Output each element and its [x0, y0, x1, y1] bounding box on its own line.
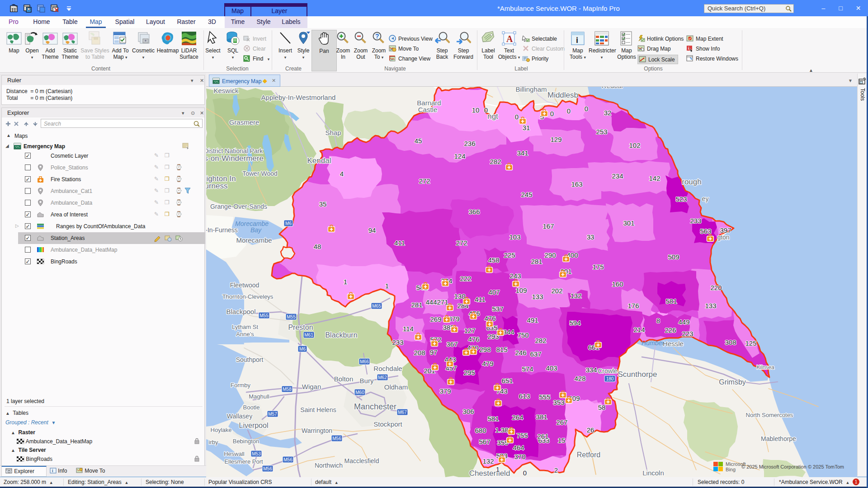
svg-text:A: A	[506, 34, 513, 44]
svg-text:M60: M60	[355, 390, 364, 395]
svg-text:Heswall: Heswall	[224, 450, 245, 457]
svg-text:94: 94	[368, 226, 376, 234]
svg-text:142: 142	[649, 174, 660, 182]
svg-text:M58: M58	[283, 387, 292, 392]
svg-text:© 2025 Microsoft Corporation ©: © 2025 Microsoft Corporation © 2025 TomT…	[741, 464, 844, 469]
svg-text:491: 491	[527, 316, 538, 324]
svg-text:563: 563	[700, 227, 711, 235]
svg-text:Retford: Retford	[577, 451, 600, 459]
svg-text:Kendal: Kendal	[307, 156, 331, 165]
svg-text:ngt: ngt	[487, 112, 498, 121]
svg-text:M56: M56	[263, 466, 272, 471]
svg-text:31: 31	[523, 124, 530, 131]
svg-text:574: 574	[522, 365, 533, 373]
svg-text:214: 214	[633, 326, 645, 333]
svg-text:Warrington: Warrington	[302, 427, 332, 434]
svg-text:281: 281	[531, 258, 542, 265]
svg-text:Bury: Bury	[360, 377, 374, 385]
svg-text:509: 509	[668, 253, 679, 261]
svg-text:0: 0	[567, 107, 571, 115]
svg-text:M61: M61	[304, 333, 313, 338]
svg-text:246: 246	[515, 349, 526, 357]
svg-text:226: 226	[665, 326, 676, 334]
svg-text:124: 124	[454, 152, 465, 160]
svg-text:Grasmere: Grasmere	[229, 118, 259, 126]
svg-text:97: 97	[430, 348, 438, 356]
svg-text:353: 353	[553, 399, 564, 406]
svg-text:Crowle: Crowle	[598, 367, 618, 375]
svg-text:Lytham St: Lytham St	[232, 324, 258, 330]
svg-text:Keswick: Keswick	[213, 87, 239, 94]
svg-text:Grange-Over-Sands: Grange-Over-Sands	[210, 203, 267, 210]
svg-text:Bootle: Bootle	[243, 404, 260, 411]
svg-text:163: 163	[571, 180, 582, 188]
svg-text:58: 58	[598, 404, 606, 411]
svg-text:234: 234	[612, 172, 623, 180]
svg-text:133: 133	[532, 293, 543, 300]
svg-text:Blackburn: Blackburn	[325, 331, 357, 339]
svg-text:755: 755	[516, 432, 528, 439]
svg-text:175: 175	[592, 263, 604, 271]
svg-text:613: 613	[519, 392, 530, 400]
svg-text:M65: M65	[372, 304, 381, 309]
svg-text:264: 264	[512, 413, 523, 421]
svg-text:180: 180	[606, 376, 614, 381]
svg-text:366: 366	[468, 208, 480, 216]
svg-text:428: 428	[574, 375, 585, 382]
svg-text:272: 272	[456, 239, 467, 247]
svg-text:M6: M6	[299, 347, 306, 352]
svg-text:gton: gton	[717, 234, 729, 241]
svg-text:271: 271	[437, 298, 448, 306]
svg-text:637: 637	[530, 350, 541, 358]
svg-text:282: 282	[535, 337, 546, 344]
svg-text:379: 379	[439, 387, 451, 395]
svg-text:167: 167	[542, 222, 554, 230]
svg-text:M56: M56	[332, 436, 341, 441]
svg-text:Hessle: Hessle	[663, 340, 684, 347]
svg-text:282: 282	[490, 158, 501, 165]
svg-text:245: 245	[521, 191, 532, 198]
svg-text:M66: M66	[360, 359, 369, 364]
svg-text:ss-on-Windermere: ss-on-Windermere	[206, 154, 264, 163]
svg-text:Maghull: Maghull	[249, 393, 269, 400]
svg-text:523: 523	[675, 195, 687, 203]
svg-text:233: 233	[690, 217, 701, 225]
svg-text:Saint Helens: Saint Helens	[300, 406, 336, 413]
svg-text:129: 129	[550, 136, 561, 143]
svg-text:1: 1	[496, 465, 500, 473]
svg-text:Castle: Castle	[418, 106, 438, 113]
svg-text:103: 103	[509, 233, 520, 241]
svg-text:10: 10	[472, 106, 480, 114]
svg-text:479: 479	[482, 360, 493, 367]
svg-text:Bebington: Bebington	[233, 438, 259, 445]
svg-text:Shap: Shap	[325, 129, 341, 136]
svg-text:411: 411	[475, 296, 486, 303]
svg-text:367: 367	[446, 340, 458, 348]
svg-text:290: 290	[544, 251, 556, 259]
svg-text:i: i	[576, 36, 578, 45]
svg-text:132: 132	[570, 292, 581, 300]
svg-text:Rochdale: Rochdale	[373, 365, 402, 372]
svg-text:Wallasey: Wallasey	[227, 413, 252, 420]
svg-text:334: 334	[585, 366, 597, 374]
svg-text:32: 32	[604, 109, 612, 117]
svg-text:15: 15	[558, 436, 566, 444]
svg-text:Chesterfield: Chesterfield	[469, 469, 510, 477]
svg-text:109: 109	[515, 286, 527, 294]
svg-text:815: 815	[496, 346, 507, 353]
svg-text:567: 567	[479, 438, 490, 446]
svg-text:Lincoln: Lincoln	[642, 469, 664, 477]
svg-text:Wigan: Wigan	[302, 383, 321, 390]
svg-text:urness: urness	[206, 182, 228, 190]
svg-text:Appleby-In-Westmorland: Appleby-In-Westmorland	[261, 94, 336, 101]
svg-text:Southport: Southport	[236, 356, 264, 363]
svg-text:Blackpool: Blackpool	[226, 308, 255, 315]
svg-text:344: 344	[503, 328, 514, 336]
svg-text:8: 8	[656, 317, 660, 324]
svg-text:208: 208	[414, 349, 425, 357]
svg-text:35: 35	[319, 200, 327, 208]
svg-text:M55: M55	[287, 314, 296, 319]
svg-text:M55: M55	[259, 313, 269, 318]
svg-text:M57: M57	[268, 412, 277, 417]
svg-text:0: 0	[585, 105, 588, 113]
